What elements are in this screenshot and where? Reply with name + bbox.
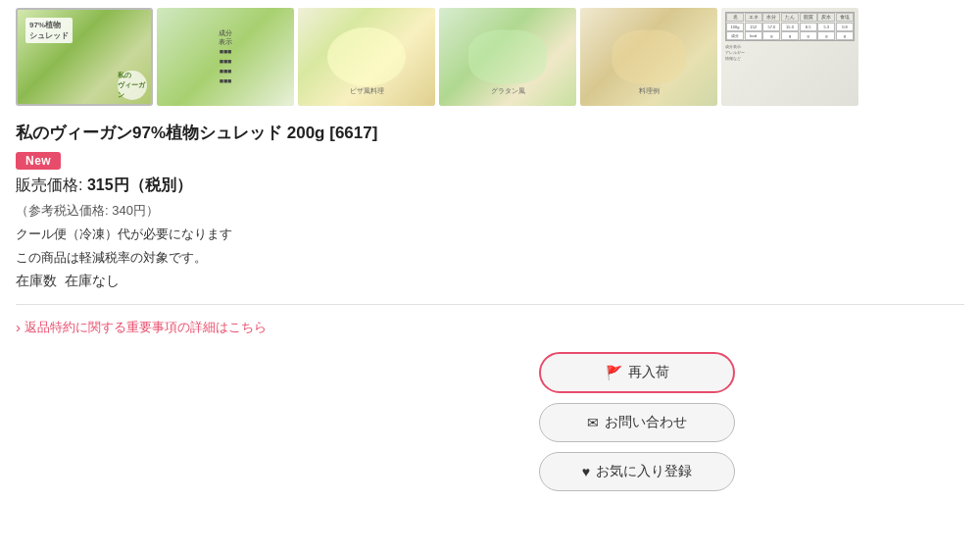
page-wrapper: 97%植物シュレッド 私のヴィーガン 成分表示■■■■■■■■■■■■ ピザ風料… <box>0 0 980 552</box>
price-value: 315円（税別） <box>87 176 192 193</box>
stock-row: 在庫数 在庫なし <box>16 273 964 290</box>
price-tax: （参考税込価格: 340円） <box>16 202 964 220</box>
favorite-button[interactable]: ♥ お気に入り登録 <box>539 452 735 491</box>
stock-status: 在庫なし <box>65 273 120 290</box>
product-info: 私のヴィーガン97%植物シュレッド 200g [6617] New 販売価格: … <box>0 114 980 340</box>
inquiry-icon: ✉ <box>587 415 599 430</box>
tax-note: この商品は軽減税率の対象です。 <box>16 249 964 267</box>
favorite-label: お気に入り登録 <box>596 463 692 480</box>
gallery-thumb-1[interactable]: 97%植物シュレッド 私のヴィーガン <box>16 8 153 106</box>
price-main: 販売価格: 315円（税別） <box>16 176 964 196</box>
image-gallery: 97%植物シュレッド 私のヴィーガン 成分表示■■■■■■■■■■■■ ピザ風料… <box>0 0 980 114</box>
cool-note: クール便（冷凍）代が必要になります <box>16 226 964 243</box>
product-title: 私のヴィーガン97%植物シュレッド 200g [6617] <box>16 122 964 145</box>
new-badge: New <box>16 152 61 170</box>
gallery-thumb-6[interactable]: 名 エネ 水分 たん 脂質 炭水 食塩 100g 152 57.0 15.0 8… <box>721 8 858 106</box>
inquiry-button[interactable]: ✉ お問い合わせ <box>539 403 735 442</box>
gallery-thumb-3[interactable]: ピザ風料理 <box>298 8 435 106</box>
stock-label: 在庫数 <box>16 273 57 290</box>
favorite-icon: ♥ <box>582 464 590 479</box>
gallery-thumb-5[interactable]: 料理例 <box>580 8 717 106</box>
restock-button[interactable]: 🚩 再入荷 <box>539 352 735 393</box>
gallery-thumb-4[interactable]: グラタン風 <box>439 8 576 106</box>
section-divider <box>16 304 964 305</box>
gallery-thumb-2[interactable]: 成分表示■■■■■■■■■■■■ <box>157 8 294 106</box>
price-label: 販売価格: <box>16 176 82 193</box>
action-buttons: 🚩 再入荷 ✉ お問い合わせ ♥ お気に入り登録 <box>294 340 980 511</box>
restock-icon: 🚩 <box>606 365 622 380</box>
inquiry-label: お問い合わせ <box>605 414 687 431</box>
restock-label: 再入荷 <box>628 364 669 381</box>
return-policy-link[interactable]: 返品特約に関する重要事項の詳細はこちら <box>16 319 964 336</box>
